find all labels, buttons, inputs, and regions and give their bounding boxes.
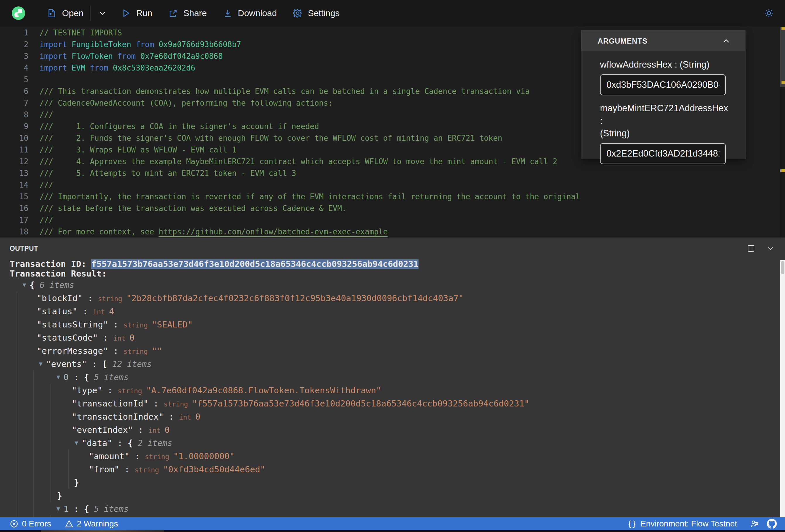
download-label: Download <box>238 8 277 18</box>
output-scrollbar[interactable] <box>780 260 785 518</box>
split-view-icon[interactable] <box>745 243 757 254</box>
text-segment: /// 1. Configures a COA in the signer's … <box>40 122 319 131</box>
expand-toggle-icon[interactable]: ▼ <box>23 278 26 292</box>
error-circle-icon <box>10 520 19 528</box>
line-number: 4 <box>0 62 28 74</box>
text-segment: import <box>40 52 67 60</box>
expand-toggle-icon[interactable]: ▼ <box>75 436 78 450</box>
expand-toggle-icon[interactable]: ▼ <box>56 502 60 515</box>
errors-label: 0 Errors <box>22 519 51 529</box>
chevron-up-icon[interactable] <box>720 35 732 47</box>
toolbar: Open Run <box>0 0 785 26</box>
text-segment: "A.7e60df042a9c0868.FlowToken.TokensWith… <box>146 385 381 395</box>
open-dropdown-button[interactable] <box>97 8 108 19</box>
maybe-mint-erc721-address-input[interactable] <box>600 143 726 164</box>
text-segment: { <box>84 372 89 382</box>
code-text: /// For more context, see https://github… <box>40 226 388 237</box>
text-segment: 6 items <box>35 280 74 290</box>
text-segment: 0 <box>64 372 69 382</box>
text-segment: { <box>84 504 89 514</box>
environment-status[interactable]: {} Environment: Flow Testnet <box>627 519 737 529</box>
sun-icon <box>763 8 775 19</box>
text-segment: : <box>148 399 163 408</box>
wflow-address-input[interactable] <box>600 74 726 95</box>
text-segment: string <box>98 295 126 303</box>
text-segment: 0x9a0766d93b6608b7 <box>159 40 241 49</box>
text-segment: [ <box>102 359 107 369</box>
flow-logo[interactable] <box>12 6 25 20</box>
text-segment: int <box>148 427 164 434</box>
code-text: /// <box>40 179 53 191</box>
output-title: OUTPUT <box>10 245 738 253</box>
text-segment: int <box>93 308 109 316</box>
tree-row: "type" : string "A.7e60df042a9c0868.Flow… <box>10 384 764 397</box>
code-text: /// CadenceOwnedAccount (COA), performin… <box>40 97 333 109</box>
open-label: Open <box>62 8 83 18</box>
text-segment: EVM <box>72 64 85 72</box>
code-link[interactable]: https://github.com/onflow/batched-evm-ex… <box>159 227 388 236</box>
expand-toggle-icon[interactable]: ▼ <box>39 357 43 371</box>
text-segment: : <box>98 333 113 343</box>
text-segment: } <box>57 491 62 501</box>
text-segment: : <box>78 306 93 316</box>
errors-status[interactable]: 0 Errors <box>10 519 51 529</box>
code-text: /// 1. Configures a COA in the signer's … <box>40 121 319 132</box>
text-segment: /// <box>40 181 53 189</box>
text-segment: /// 4. Approves the example MaybeMintERC… <box>40 157 557 166</box>
code-line[interactable]: 16/// state before the transaction was e… <box>0 203 785 214</box>
settings-button[interactable]: Settings <box>292 8 339 19</box>
warning-marker <box>782 27 785 30</box>
warnings-status[interactable]: 2 Warnings <box>65 519 118 529</box>
code-text: /// 5. Attempts to mint an ERC721 token … <box>40 168 296 179</box>
code-text: import FungibleToken from 0x9a0766d93b66… <box>40 39 241 50</box>
text-segment: } <box>74 478 79 487</box>
code-line[interactable]: 14/// <box>0 179 785 191</box>
share-button[interactable]: Share <box>168 8 207 19</box>
code-text: /// This transaction demonstrates how mu… <box>40 85 530 97</box>
output-scrollbar-thumb[interactable] <box>781 261 784 274</box>
text-segment <box>154 40 159 49</box>
tree-row: "statusString" : string "SEALED" <box>10 318 764 331</box>
text-segment: "statusString" <box>36 320 108 329</box>
app-window: Open Run <box>0 0 785 532</box>
text-segment: "blockId" <box>36 293 82 303</box>
text-segment: 5 items <box>89 373 128 382</box>
text-segment: : <box>82 293 98 303</box>
theme-toggle-button[interactable] <box>763 8 775 19</box>
warnings-label: 2 Warnings <box>77 519 118 529</box>
code-line[interactable]: 15/// Importantly, the transaction is re… <box>0 191 785 203</box>
text-segment: from <box>117 52 136 60</box>
text-segment: "transactionId" <box>72 399 148 408</box>
collapse-output-icon[interactable] <box>764 243 776 254</box>
github-icon <box>767 519 777 529</box>
argument-label-line2: (String) <box>600 127 726 140</box>
line-number: 12 <box>0 156 28 168</box>
text-segment: "type" <box>72 385 102 395</box>
line-number: 8 <box>0 109 28 121</box>
output-panel: OUTPUT Transaction ID: f557a1573b76aa53e… <box>0 237 785 517</box>
text-segment <box>67 40 72 49</box>
feedback-button[interactable] <box>750 519 759 529</box>
text-segment: string <box>124 321 152 329</box>
download-button[interactable]: Download <box>222 8 277 19</box>
text-segment: : <box>108 320 123 329</box>
editor-scrollbar[interactable] <box>780 26 785 237</box>
open-button[interactable]: Open <box>46 8 83 19</box>
text-segment: int <box>113 334 129 342</box>
editor-scrollbar-thumb[interactable] <box>780 27 785 87</box>
arguments-header[interactable]: ARGUMENTS <box>581 31 745 51</box>
line-number: 13 <box>0 168 28 179</box>
arguments-title: ARGUMENTS <box>598 37 720 45</box>
text-segment: "events" <box>46 359 87 369</box>
line-number: 17 <box>0 214 28 226</box>
run-button[interactable]: Run <box>120 8 152 19</box>
line-number: 11 <box>0 144 28 156</box>
github-link[interactable] <box>767 519 777 529</box>
argument-label: wflowAddressHex : (String) <box>600 58 726 71</box>
code-line[interactable]: 18/// For more context, see https://gith… <box>0 226 785 237</box>
code-text: /// 3. Wraps FLOW as WFLOW - EVM call 1 <box>40 144 236 156</box>
text-segment: // TESTNET IMPORTS <box>40 28 122 37</box>
code-line[interactable]: 17/// <box>0 214 785 226</box>
argument-label: maybeMintERC721AddressHex : <box>600 102 726 127</box>
expand-toggle-icon[interactable]: ▼ <box>56 371 60 384</box>
